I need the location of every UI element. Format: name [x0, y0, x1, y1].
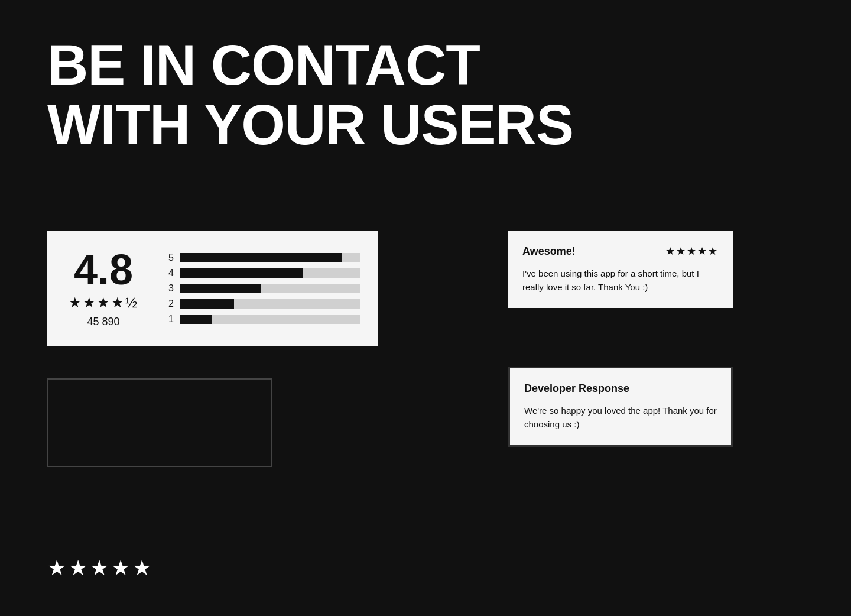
bar-row: 5 [165, 252, 360, 263]
bar-fill [180, 268, 303, 278]
rating-bars: 54321 [165, 252, 360, 325]
bar-fill [180, 299, 234, 309]
bar-track [180, 315, 360, 324]
dev-response-body: We're so happy you loved the app! Thank … [524, 404, 717, 431]
rating-summary: 4.8 ★★★★½ 45 890 [65, 248, 142, 328]
review-card: Awesome! ★★★★★ I've been using this app … [508, 231, 733, 308]
hero-title: BE IN CONTACT WITH YOUR USERS [47, 35, 573, 155]
review-body: I've been using this app for a short tim… [522, 267, 719, 294]
bar-label: 1 [165, 314, 174, 325]
dev-response-title: Developer Response [524, 382, 717, 395]
bar-fill [180, 284, 261, 293]
bar-label: 4 [165, 268, 174, 278]
bar-row: 3 [165, 283, 360, 294]
review-title: Awesome! [522, 245, 576, 258]
rating-panel-bottom [47, 378, 272, 467]
bar-track [180, 253, 360, 262]
bar-track [180, 284, 360, 293]
rating-card: 4.8 ★★★★½ 45 890 54321 [47, 231, 378, 346]
bar-track [180, 299, 360, 309]
developer-response-card: Developer Response We're so happy you lo… [508, 367, 733, 447]
bar-label: 2 [165, 299, 174, 309]
review-card-header: Awesome! ★★★★★ [522, 245, 719, 258]
bar-fill [180, 315, 212, 324]
bar-label: 3 [165, 283, 174, 294]
bar-track [180, 268, 360, 278]
hero-title-line1: BE IN CONTACT [47, 35, 573, 95]
rating-count: 45 890 [87, 316, 119, 328]
bottom-stars: ★★★★★ [47, 556, 154, 581]
bar-label: 5 [165, 252, 174, 263]
hero-title-line2: WITH YOUR USERS [47, 95, 573, 155]
review-stars: ★★★★★ [665, 245, 719, 258]
bar-row: 1 [165, 314, 360, 325]
bar-fill [180, 253, 342, 262]
rating-score: 4.8 [74, 248, 133, 291]
rating-stars: ★★★★½ [69, 294, 138, 311]
bar-row: 4 [165, 268, 360, 278]
bar-row: 2 [165, 299, 360, 309]
